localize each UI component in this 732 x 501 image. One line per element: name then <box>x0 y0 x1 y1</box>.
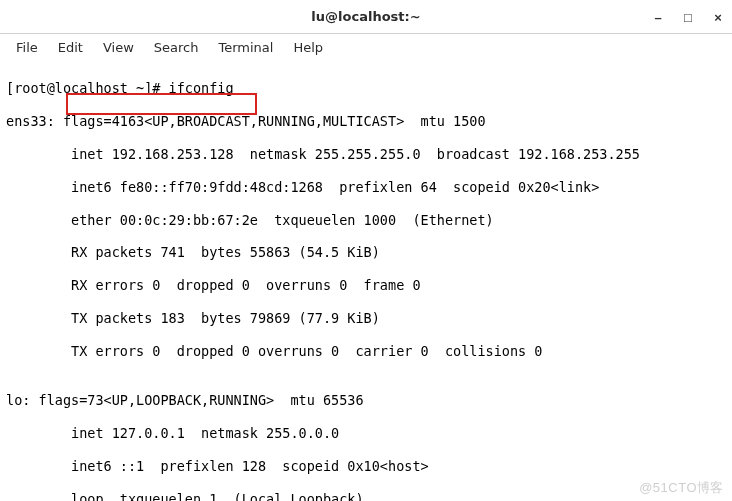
close-button[interactable]: × <box>710 9 726 25</box>
terminal-line: RX packets 741 bytes 55863 (54.5 KiB) <box>6 244 726 260</box>
window-title: lu@localhost:~ <box>311 9 420 24</box>
terminal-line: [root@localhost ~]# ifconfig <box>6 80 726 96</box>
terminal-output[interactable]: [root@localhost ~]# ifconfig ens33: flag… <box>0 60 732 501</box>
terminal-line: loop txqueuelen 1 (Local Loopback) <box>6 491 726 501</box>
menu-file[interactable]: File <box>6 37 48 58</box>
terminal-line: TX errors 0 dropped 0 overruns 0 carrier… <box>6 343 726 359</box>
menu-view[interactable]: View <box>93 37 144 58</box>
terminal-line: TX packets 183 bytes 79869 (77.9 KiB) <box>6 310 726 326</box>
menu-help[interactable]: Help <box>283 37 333 58</box>
maximize-button[interactable]: □ <box>680 9 696 25</box>
menu-bar: File Edit View Search Terminal Help <box>0 34 732 60</box>
terminal-line: ens33: flags=4163<UP,BROADCAST,RUNNING,M… <box>6 113 726 129</box>
terminal-line: inet6 fe80::ff70:9fdd:48cd:1268 prefixle… <box>6 179 726 195</box>
terminal-line: inet 192.168.253.128 netmask 255.255.255… <box>6 146 726 162</box>
terminal-line: ether 00:0c:29:bb:67:2e txqueuelen 1000 … <box>6 212 726 228</box>
terminal-line: RX errors 0 dropped 0 overruns 0 frame 0 <box>6 277 726 293</box>
terminal-line: inet6 ::1 prefixlen 128 scopeid 0x10<hos… <box>6 458 726 474</box>
menu-terminal[interactable]: Terminal <box>208 37 283 58</box>
watermark-text: @51CTO博客 <box>639 479 724 497</box>
window-controls: – □ × <box>650 0 726 34</box>
window-titlebar: lu@localhost:~ – □ × <box>0 0 732 34</box>
menu-edit[interactable]: Edit <box>48 37 93 58</box>
terminal-line: inet 127.0.0.1 netmask 255.0.0.0 <box>6 425 726 441</box>
terminal-line: lo: flags=73<UP,LOOPBACK,RUNNING> mtu 65… <box>6 392 726 408</box>
minimize-button[interactable]: – <box>650 9 666 25</box>
menu-search[interactable]: Search <box>144 37 209 58</box>
